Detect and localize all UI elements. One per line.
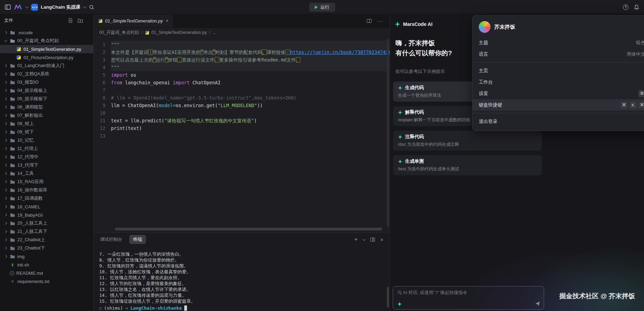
workspace-icon[interactable] [5,4,11,10]
file-tree-item[interactable]: 22_Chatbot上 [0,236,93,244]
file-tree-item[interactable]: 01_LangChain快速入门 [0,62,93,70]
breadcrumb-more[interactable]: ... [213,30,216,35]
chevron-right-icon[interactable] [3,139,8,141]
chevron-right-icon[interactable] [3,247,8,249]
chevron-right-icon[interactable] [3,164,8,166]
menu-item[interactable]: 语言简体中文 [473,48,644,60]
chevron-right-icon[interactable] [3,230,8,233]
sparkle-icon[interactable] [397,302,402,307]
bell-icon[interactable] [634,4,639,10]
file-tree-item[interactable]: 10_记忆 [0,136,93,144]
chevron-right-icon[interactable] [3,222,8,224]
file-tree-item[interactable]: 06_调用模型 [0,103,93,111]
menu-item[interactable]: 工作台 [473,76,644,88]
chevron-right-icon[interactable] [3,81,8,83]
file-tree-item[interactable]: 14_工具 [0,169,93,178]
chevron-right-icon[interactable] [3,98,8,100]
chevron-down-icon[interactable] [25,5,29,8]
avatar[interactable] [479,21,491,33]
code-editor[interactable]: 1"""2本文件是【开篇词｜带你亲证AI应用开发的“奇点”时刻】章节的配套代码。… [94,37,390,232]
chevron-right-icon[interactable] [3,181,8,183]
chevron-right-icon[interactable] [3,156,8,158]
chevron-right-icon[interactable] [3,172,8,175]
chevron-right-icon[interactable] [3,31,8,34]
chevron-right-icon[interactable] [3,148,8,150]
chevron-right-icon[interactable] [3,114,8,116]
file-tree-item[interactable]: 07_解析输出 [0,111,93,120]
chevron-down-icon[interactable] [363,237,366,241]
close-panel-icon[interactable]: × [380,237,383,243]
file-tree-item[interactable]: ≡requirements.txt [0,277,93,285]
file-tree-item[interactable]: 12_代理中 [0,153,93,161]
menu-item[interactable]: 主页 [473,65,644,76]
chevron-right-icon[interactable] [3,239,8,241]
new-file-icon[interactable] [68,18,73,23]
marscode-logo-icon[interactable] [14,4,22,10]
menu-item[interactable]: 设置⌘ [473,88,644,99]
split-terminal-icon[interactable] [370,238,375,242]
file-tree-item[interactable]: 01_SimpleTextGeneration.py [0,45,93,53]
chevron-right-icon[interactable] [3,189,8,191]
chevron-right-icon[interactable] [3,206,8,208]
file-tree-item[interactable]: 11_代理上 [0,144,93,153]
file-tree-item[interactable]: 13_代理下 [0,161,93,169]
ai-chat-input[interactable]: 与 AI 对话, 或使用 "/" 唤起快捷指令 [393,286,544,310]
file-tree-item[interactable]: 16_操作数据库 [0,186,93,194]
file-tree-item[interactable]: img [0,252,93,261]
file-tree-item[interactable]: 15_RAG应用 [0,178,93,186]
editor-tab[interactable]: 01_SimpleTextGeneration.py × [94,14,174,27]
tab-terminal[interactable]: 终端 [129,235,146,244]
breadcrumb-file[interactable]: 01_SimpleTextGeneration.py [151,30,207,35]
file-tree-item[interactable]: 05_提示模板下 [0,95,93,103]
chevron-right-icon[interactable] [3,106,8,108]
chevron-right-icon[interactable] [3,123,8,125]
file-tree-item[interactable]: .vscode [0,28,93,37]
chevron-right-icon[interactable] [3,131,8,133]
h-scrollbar[interactable] [115,228,382,230]
code-text [111,109,390,117]
file-tree-item[interactable]: 00_开篇词_奇点时刻 [0,37,93,45]
file-tree-item[interactable]: iREADME.md [0,269,93,277]
tab-close-icon[interactable]: × [166,18,168,23]
chevron-down-icon[interactable] [3,40,8,42]
project-switcher[interactable]: </> LangChain 实战课 [31,4,85,11]
search-icon[interactable] [89,4,94,10]
menu-item[interactable]: 键盘快捷键⌘K⌘ [473,99,644,111]
chevron-right-icon[interactable] [3,65,8,67]
file-tree-item[interactable]: 02_PictureDescription.py [0,53,93,62]
file-tree-item[interactable]: 04_提示模板上 [0,86,93,95]
prompt-card[interactable]: 注释代码/doc 为当前选中的代码生成注释 [393,131,542,151]
file-tree-item[interactable]: 03_模型IO [0,78,93,86]
chevron-right-icon[interactable] [3,214,8,216]
send-icon[interactable] [535,301,540,307]
menu-item[interactable]: 退出登录 [473,116,644,127]
prompt-card[interactable]: 生成单测/test 为选中的代码生成单元测试 [393,155,542,175]
chevron-right-icon[interactable] [3,197,8,199]
new-folder-icon[interactable] [78,18,83,23]
file-tree-item[interactable]: 18_CAMEL [0,202,93,211]
file-tree-item[interactable]: $init.sh [0,261,93,269]
chevron-right-icon[interactable] [3,73,8,75]
more-actions-icon[interactable]: ··· [377,18,383,24]
file-tree-item[interactable]: 02_文档QA系统 [0,70,93,78]
chevron-right-icon[interactable] [3,89,8,92]
split-editor-icon[interactable] [367,19,372,23]
file-tree-item[interactable]: 08_链上 [0,120,93,128]
file-tree-item[interactable]: 17_回调函数 [0,194,93,202]
file-tree-item[interactable]: 20_人脉工具上 [0,219,93,227]
new-terminal-icon[interactable]: + [354,236,357,243]
file-tree-item[interactable]: 09_链下 [0,128,93,136]
chevron-right-icon[interactable] [3,255,8,257]
tab-debug-console[interactable]: 调试控制台 [100,236,122,243]
run-button[interactable]: 运行 [309,3,335,12]
file-tree-item[interactable]: 21_人脉工具下 [0,227,93,236]
file-tree-item[interactable]: 19_BabyAGI [0,211,93,219]
help-icon[interactable]: ? [623,4,628,10]
terminal-scrollbar[interactable] [387,287,389,308]
breadcrumb-folder[interactable]: 00_开篇词_奇点时刻 [99,30,139,36]
terminal[interactable]: 7. 一朵红玫瑰，一份情人节的深情告白。8. 情人节，红玫瑰为你绽放爱的绚烂。9… [94,246,390,311]
v-scrollbar[interactable] [387,39,389,227]
terminal-prompt[interactable]: ○ (shims) → LangChain-shizhanke [99,305,390,311]
file-tree-item[interactable]: 23_Chatbot下 [0,244,93,252]
menu-item[interactable]: 主题暗色 [473,37,644,48]
